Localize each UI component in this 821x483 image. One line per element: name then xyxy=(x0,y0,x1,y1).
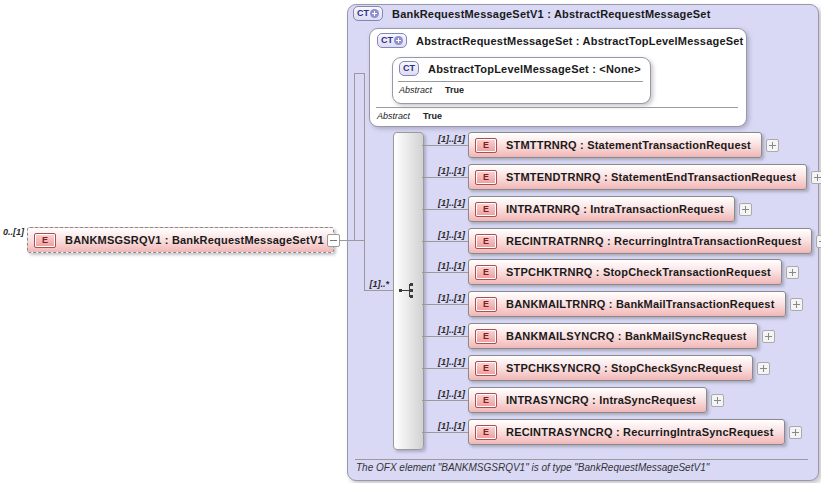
element-icon: E xyxy=(475,393,497,408)
connector-line: [1]..[1] xyxy=(422,259,468,285)
expand-icon[interactable] xyxy=(789,426,802,439)
derived-plus-icon xyxy=(370,9,379,18)
root-element-label: BANKMSGSRQV1 : BankRequestMessageSetV1 xyxy=(65,234,324,246)
child-element-box[interactable]: E INTRASYNCRQ : IntraSyncRequest xyxy=(468,387,707,413)
connector-line: [1]..[1] xyxy=(422,355,468,381)
property-value: True xyxy=(445,85,464,95)
connector-line: [1]..[1] xyxy=(422,419,468,445)
container-title: BankRequestMessageSetV1 : AbstractReques… xyxy=(392,8,711,20)
child-element-box[interactable]: E BANKMAILSYNCRQ : BankMailSyncRequest xyxy=(468,323,758,349)
property-value: True xyxy=(423,111,442,121)
occurrence-label: [1]..[1] xyxy=(438,261,465,271)
element-label: RECINTRATRNRQ : RecurringIntraTransactio… xyxy=(506,235,801,247)
complex-type-icon: CT xyxy=(377,33,407,48)
complex-type-icon: CT xyxy=(353,6,383,21)
element-label: BANKMAILTRNRQ : BankMailTransactionReque… xyxy=(506,298,775,310)
property-name: Abstract xyxy=(399,85,432,95)
base-type-title: AbstractRequestMessageSet : AbstractTopL… xyxy=(416,35,743,47)
occurrence-label: [1]..[1] xyxy=(438,134,465,144)
child-element-box[interactable]: E RECINTRASYNCRQ : RecurringIntraSyncReq… xyxy=(468,419,785,445)
element-label: STPCHKSYNCRQ : StopCheckSyncRequest xyxy=(506,362,742,374)
occurrence-label: [1]..[1] xyxy=(438,357,465,367)
root-occurrence-label: 0..[1] xyxy=(3,227,24,237)
connector-line: [1]..[1] xyxy=(422,291,468,317)
occurrence-label: [1]..[1] xyxy=(438,198,465,208)
element-label: BANKMAILSYNCRQ : BankMailSyncRequest xyxy=(506,330,747,342)
annotation-text: The OFX element "BANKMSGSRQV1" is of typ… xyxy=(356,462,709,473)
element-label: STMTTRNRQ : StatementTransactionRequest xyxy=(506,139,751,151)
element-icon: E xyxy=(475,234,497,249)
connector-line: [1]..[1] xyxy=(422,132,468,158)
element-row: [1]..[1] E STMTENDTRNRQ : StatementEndTr… xyxy=(422,164,821,190)
connector-line: [1]..[1] xyxy=(422,323,468,349)
occurrence-label: [1]..[1] xyxy=(438,389,465,399)
connector-line: [1]..[1] xyxy=(422,164,468,190)
occurrence-label: [1]..[1] xyxy=(438,421,465,431)
base-type-title-row: CT AbstractRequestMessageSet : AbstractT… xyxy=(377,33,743,48)
connector-line: [1]..[1] xyxy=(422,387,468,413)
abstract-property-row: Abstract True xyxy=(377,111,442,121)
child-element-box[interactable]: E INTRATRNRQ : IntraTransactionRequest xyxy=(468,196,735,222)
connector-line xyxy=(340,240,364,241)
element-row: [1]..[1] E INTRATRNRQ : IntraTransaction… xyxy=(422,196,752,222)
occurrence-label: [1]..[1] xyxy=(438,166,465,176)
element-row: [1]..[1] E STPCHKSYNCRQ : StopCheckSyncR… xyxy=(422,355,770,381)
element-icon: E xyxy=(475,170,497,185)
occurrence-label: [1]..[1] xyxy=(438,230,465,240)
element-icon: E xyxy=(475,265,497,280)
connector-line: [1]..[1] xyxy=(422,228,468,254)
child-element-box[interactable]: E BANKMAILTRNRQ : BankMailTransactionReq… xyxy=(468,291,786,317)
expand-icon[interactable] xyxy=(766,139,779,152)
expand-icon[interactable] xyxy=(811,171,821,184)
divider xyxy=(398,81,643,82)
child-element-box[interactable]: E STPCHKSYNCRQ : StopCheckSyncRequest xyxy=(468,355,753,381)
root-base-type-title-row: CT AbstractTopLevelMessageSet : <None> xyxy=(399,61,641,76)
occurrence-label: [1]..[1] xyxy=(438,293,465,303)
root-base-type-title: AbstractTopLevelMessageSet : <None> xyxy=(428,63,641,75)
occurrence-label: [1]..[1] xyxy=(438,325,465,335)
element-icon: E xyxy=(475,138,497,153)
element-label: STMTENDTRNRQ : StatementEndTransactionRe… xyxy=(506,171,796,183)
expand-icon[interactable] xyxy=(762,330,775,343)
sequence-icon xyxy=(398,280,418,304)
child-element-box[interactable]: E RECINTRATRNRQ : RecurringIntraTransact… xyxy=(468,228,812,254)
element-row: [1]..[1] E STPCHKTRNRQ : StopCheckTransa… xyxy=(422,259,799,285)
expand-icon[interactable] xyxy=(790,298,803,311)
connector-line xyxy=(364,73,365,291)
element-row: [1]..[1] E INTRASYNCRQ : IntraSyncReques… xyxy=(422,387,724,413)
child-element-box[interactable]: E STPCHKTRNRQ : StopCheckTransactionRequ… xyxy=(468,259,782,285)
element-label: STPCHKTRNRQ : StopCheckTransactionReques… xyxy=(506,266,771,278)
abstract-property-row: Abstract True xyxy=(399,85,464,95)
element-row: [1]..[1] E STMTTRNRQ : StatementTransact… xyxy=(422,132,779,158)
annotation-divider xyxy=(355,459,808,460)
expand-icon[interactable] xyxy=(786,266,799,279)
element-icon: E xyxy=(475,361,497,376)
expand-icon[interactable] xyxy=(816,235,821,248)
collapse-icon[interactable] xyxy=(327,234,340,247)
expand-icon[interactable] xyxy=(757,362,770,375)
element-row: [1]..[1] E RECINTRASYNCRQ : RecurringInt… xyxy=(422,419,802,445)
sequence-occurrence-label: [1]..* xyxy=(352,279,389,289)
connector-line: [1]..[1] xyxy=(422,196,468,222)
element-icon: E xyxy=(475,425,497,440)
connector-line xyxy=(354,73,355,241)
element-label: INTRASYNCRQ : IntraSyncRequest xyxy=(506,394,696,406)
root-element-box[interactable]: E BANKMSGSRQV1 : BankRequestMessageSetV1 xyxy=(27,227,334,253)
expand-icon[interactable] xyxy=(711,394,724,407)
complex-type-icon: CT xyxy=(399,61,419,76)
element-row: [1]..[1] E BANKMAILTRNRQ : BankMailTrans… xyxy=(422,291,803,317)
element-label: RECINTRASYNCRQ : RecurringIntraSyncReque… xyxy=(506,426,774,438)
element-icon: E xyxy=(34,233,56,248)
element-row: [1]..[1] E RECINTRATRNRQ : RecurringIntr… xyxy=(422,228,821,254)
element-label: INTRATRNRQ : IntraTransactionRequest xyxy=(506,203,724,215)
property-name: Abstract xyxy=(377,111,410,121)
derived-plus-icon xyxy=(394,36,403,45)
child-element-box[interactable]: E STMTTRNRQ : StatementTransactionReques… xyxy=(468,132,762,158)
child-element-box[interactable]: E STMTENDTRNRQ : StatementEndTransaction… xyxy=(468,164,807,190)
element-icon: E xyxy=(475,202,497,217)
connector-line xyxy=(364,290,393,291)
container-title-row: CT BankRequestMessageSetV1 : AbstractReq… xyxy=(353,6,711,21)
element-row: [1]..[1] E BANKMAILSYNCRQ : BankMailSync… xyxy=(422,323,775,349)
element-icon: E xyxy=(475,329,497,344)
expand-icon[interactable] xyxy=(739,203,752,216)
